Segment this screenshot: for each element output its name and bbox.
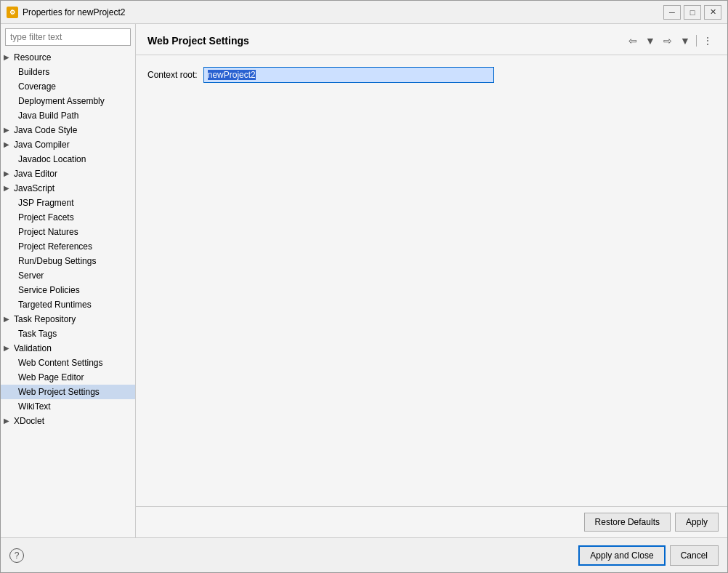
sidebar-item-java-build-path[interactable]: Java Build Path xyxy=(1,108,135,123)
apply-button[interactable]: Apply xyxy=(675,513,719,532)
expand-arrow-validation: ▶ xyxy=(4,344,12,353)
nav-separator xyxy=(696,35,697,47)
bottom-bar: ? Apply and Close Cancel xyxy=(1,537,727,572)
sidebar-item-web-content-settings[interactable]: Web Content Settings xyxy=(1,356,135,370)
restore-defaults-button[interactable]: Restore Defaults xyxy=(584,513,671,532)
back-dropdown-button[interactable]: ▼ xyxy=(642,33,658,49)
sidebar-item-label-task-repository: Task Repository xyxy=(14,314,76,324)
context-root-input[interactable] xyxy=(203,67,494,83)
sidebar-item-java-editor[interactable]: ▶Java Editor xyxy=(1,167,135,181)
sidebar-item-label-javadoc-location: Javadoc Location xyxy=(18,154,86,164)
sidebar-item-run-debug-settings[interactable]: Run/Debug Settings xyxy=(1,254,135,268)
panel-body: Context root: xyxy=(136,55,727,506)
sidebar-item-javadoc-location[interactable]: Javadoc Location xyxy=(1,152,135,167)
panel-title: Web Project Settings xyxy=(147,35,249,47)
sidebar-item-label-wikitext: WikiText xyxy=(18,401,51,412)
expand-arrow-java-code-style: ▶ xyxy=(4,126,12,135)
sidebar-item-label-web-content-settings: Web Content Settings xyxy=(18,358,103,368)
sidebar-item-resource[interactable]: ▶Resource xyxy=(1,50,135,65)
sidebar-item-builders[interactable]: Builders xyxy=(1,65,135,79)
context-root-label: Context root: xyxy=(147,70,198,80)
sidebar-item-coverage[interactable]: Coverage xyxy=(1,79,135,94)
sidebar-item-web-project-settings[interactable]: Web Project Settings xyxy=(1,385,135,399)
sidebar-item-label-web-project-settings: Web Project Settings xyxy=(18,387,100,397)
forward-button[interactable]: ⇨ xyxy=(660,33,676,49)
sidebar-item-label-deployment-assembly: Deployment Assembly xyxy=(18,96,105,106)
panel-header: Web Project Settings ⇦ ▼ ⇨ ▼ ⋮ xyxy=(136,24,727,55)
sidebar-item-java-code-style[interactable]: ▶Java Code Style xyxy=(1,123,135,137)
maximize-button[interactable]: □ xyxy=(684,5,701,20)
forward-dropdown-button[interactable]: ▼ xyxy=(677,33,693,49)
sidebar-item-xdoclet[interactable]: ▶XDoclet xyxy=(1,414,135,428)
sidebar: ▶ResourceBuildersCoverageDeployment Asse… xyxy=(1,24,136,537)
sidebar-item-targeted-runtimes[interactable]: Targeted Runtimes xyxy=(1,297,135,312)
window-controls: ─ □ ✕ xyxy=(663,5,721,20)
sidebar-item-label-builders: Builders xyxy=(18,67,49,77)
expand-arrow-task-repository: ▶ xyxy=(4,315,12,324)
sidebar-item-project-facets[interactable]: Project Facets xyxy=(1,210,135,225)
bottom-left: ? xyxy=(9,548,24,563)
sidebar-item-label-coverage: Coverage xyxy=(18,81,56,92)
sidebar-item-jsp-fragment[interactable]: JSP Fragment xyxy=(1,196,135,210)
sidebar-item-javascript[interactable]: ▶JavaScript xyxy=(1,181,135,196)
window-icon: ⚙ xyxy=(7,7,18,18)
sidebar-item-wikitext[interactable]: WikiText xyxy=(1,399,135,414)
sidebar-item-server[interactable]: Server xyxy=(1,268,135,283)
sidebar-item-label-java-code-style: Java Code Style xyxy=(14,125,77,135)
sidebar-item-java-compiler[interactable]: ▶Java Compiler xyxy=(1,137,135,152)
sidebar-item-task-tags[interactable]: Task Tags xyxy=(1,326,135,341)
sidebar-item-label-service-policies: Service Policies xyxy=(18,285,80,295)
expand-arrow-xdoclet: ▶ xyxy=(4,417,12,425)
context-root-row: Context root: xyxy=(147,67,716,83)
sidebar-item-label-java-compiler: Java Compiler xyxy=(14,140,70,150)
sidebar-item-label-java-build-path: Java Build Path xyxy=(18,111,78,121)
sidebar-item-label-task-tags: Task Tags xyxy=(18,329,57,339)
main-content: ▶ResourceBuildersCoverageDeployment Asse… xyxy=(1,24,727,537)
sidebar-item-label-java-editor: Java Editor xyxy=(14,169,57,179)
sidebar-item-label-targeted-runtimes: Targeted Runtimes xyxy=(18,300,92,310)
sidebar-item-label-run-debug-settings: Run/Debug Settings xyxy=(18,256,96,266)
right-panel: Web Project Settings ⇦ ▼ ⇨ ▼ ⋮ Context r… xyxy=(136,24,727,537)
sidebar-item-label-resource: Resource xyxy=(14,52,51,63)
tree-list: ▶ResourceBuildersCoverageDeployment Asse… xyxy=(1,50,135,537)
sidebar-item-label-jsp-fragment: JSP Fragment xyxy=(18,198,73,208)
sidebar-item-service-policies[interactable]: Service Policies xyxy=(1,283,135,297)
expand-arrow-resource: ▶ xyxy=(4,53,12,62)
expand-arrow-java-compiler: ▶ xyxy=(4,140,12,149)
back-button[interactable]: ⇦ xyxy=(625,33,641,49)
sidebar-item-label-validation: Validation xyxy=(14,343,52,353)
expand-arrow-javascript: ▶ xyxy=(4,184,12,193)
sidebar-item-label-web-page-editor: Web Page Editor xyxy=(18,372,84,382)
sidebar-item-label-server: Server xyxy=(18,271,44,281)
help-icon[interactable]: ? xyxy=(9,548,24,563)
expand-arrow-java-editor: ▶ xyxy=(4,169,12,178)
apply-and-close-button[interactable]: Apply and Close xyxy=(578,545,665,566)
sidebar-item-project-natures[interactable]: Project Natures xyxy=(1,225,135,239)
minimize-button[interactable]: ─ xyxy=(663,5,681,20)
sidebar-item-task-repository[interactable]: ▶Task Repository xyxy=(1,312,135,326)
title-bar: ⚙ Properties for newProject2 ─ □ ✕ xyxy=(1,1,727,24)
cancel-button[interactable]: Cancel xyxy=(670,545,719,566)
sidebar-item-label-xdoclet: XDoclet xyxy=(14,416,44,426)
sidebar-item-validation[interactable]: ▶Validation xyxy=(1,341,135,356)
sidebar-item-web-page-editor[interactable]: Web Page Editor xyxy=(1,370,135,385)
sidebar-item-label-project-natures: Project Natures xyxy=(18,227,78,237)
filter-input[interactable] xyxy=(5,28,131,46)
panel-footer: Restore Defaults Apply xyxy=(136,506,727,537)
sidebar-item-label-javascript: JavaScript xyxy=(14,183,54,193)
sidebar-item-label-project-references: Project References xyxy=(18,241,92,252)
sidebar-item-project-references[interactable]: Project References xyxy=(1,239,135,254)
sidebar-item-label-project-facets: Project Facets xyxy=(18,212,74,223)
panel-nav-icons: ⇦ ▼ ⇨ ▼ ⋮ xyxy=(625,33,716,49)
window-title: Properties for newProject2 xyxy=(23,7,663,17)
close-button[interactable]: ✕ xyxy=(704,5,721,20)
bottom-right: Apply and Close Cancel xyxy=(578,545,719,566)
properties-window: ⚙ Properties for newProject2 ─ □ ✕ ▶Reso… xyxy=(0,0,728,573)
menu-button[interactable]: ⋮ xyxy=(700,33,716,49)
sidebar-item-deployment-assembly[interactable]: Deployment Assembly xyxy=(1,94,135,108)
